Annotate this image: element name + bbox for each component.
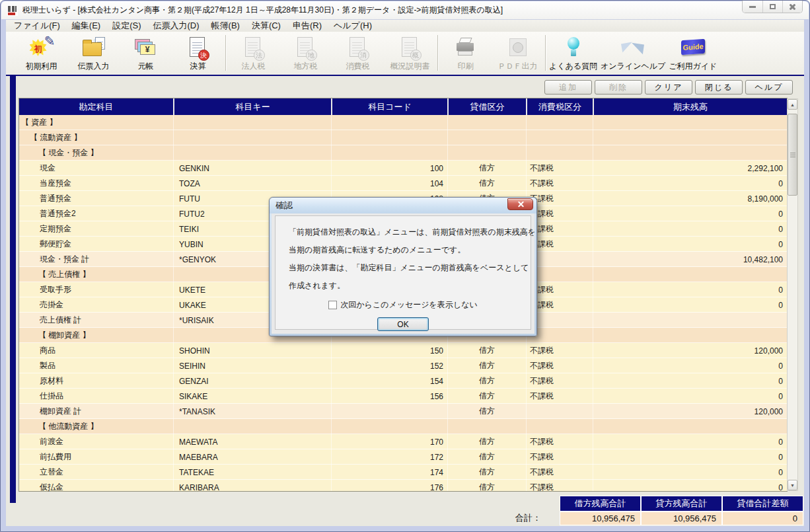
- minimize-button[interactable]: [743, 1, 762, 13]
- key-cell: MAEWATA: [173, 434, 331, 449]
- toolbar-overview-button: 概概況説明書: [384, 35, 436, 72]
- menu-item-4[interactable]: 帳簿(B): [205, 20, 246, 32]
- amt-cell: 0: [593, 297, 787, 313]
- tax-cell: 不課税: [526, 176, 593, 191]
- name-cell: 売上債権 計: [19, 313, 173, 328]
- dc-cell: [447, 115, 526, 130]
- toolbar-label: 元帳: [138, 61, 154, 72]
- toolbar-settlement-button[interactable]: 決決算: [172, 35, 224, 72]
- pdf-icon: [506, 37, 530, 59]
- name-cell: 【 資産 】: [19, 115, 173, 130]
- scroll-down-icon[interactable]: ▼: [788, 480, 797, 490]
- column-header-3: 貸借区分: [447, 98, 526, 115]
- amt-cell: 0: [593, 480, 787, 491]
- help-button[interactable]: ヘルプ: [745, 80, 793, 95]
- toolbar-faq-button[interactable]: よくある質問: [547, 35, 599, 72]
- menu-item-2[interactable]: 設定(S): [106, 20, 147, 32]
- table-row[interactable]: 当座預金TOZA104借方不課税0: [19, 176, 787, 191]
- table-row[interactable]: 商品SHOHIN150借方不課税120,000: [19, 343, 787, 358]
- dc-cell: 借方: [447, 434, 526, 449]
- amt-cell: [593, 145, 787, 161]
- table-row[interactable]: 現金GENKIN100借方不課税2,292,100: [19, 161, 787, 176]
- column-header-5: 期末残高: [593, 98, 787, 115]
- toolbar-ledger-button[interactable]: ¥元帳: [120, 35, 172, 72]
- tax-cell: 不課税: [526, 373, 593, 389]
- toolbar-label: 地方税: [294, 61, 318, 72]
- menu-item-7[interactable]: ヘルプ(H): [328, 20, 378, 32]
- toolbar-online-help-button[interactable]: オンラインヘルプ: [599, 35, 667, 72]
- toolbar-label: 法人税: [242, 61, 266, 72]
- name-cell: 仕掛品: [19, 389, 173, 404]
- name-cell: 郵便貯金: [19, 237, 173, 252]
- name-cell: 定期預金: [19, 221, 173, 237]
- name-cell: 普通預金: [19, 191, 173, 206]
- key-cell: SHOHIN: [173, 343, 331, 358]
- restore-button[interactable]: [762, 1, 782, 13]
- table-row[interactable]: 前渡金MAEWATA170借方不課税0: [19, 434, 787, 449]
- toolbar-label: 概況説明書: [390, 61, 430, 72]
- toolbar-guide-button[interactable]: Guideご利用ガイド: [667, 35, 719, 72]
- amt-cell: 0: [593, 389, 787, 404]
- key-cell: TOZA: [173, 176, 331, 191]
- titlebar: 税理士いらず - [株式会社カンタン商事・第２期(平成27年12月 1日～平成2…: [1, 1, 809, 19]
- print-icon: [454, 37, 478, 59]
- summary-header: 借方残高合計: [560, 496, 640, 511]
- amt-cell: 0: [593, 465, 787, 480]
- confirm-dialog: 確認 「前期貸借対照表の取込」メニューは、前期貸借対照表の期末残高を 当期の期首…: [269, 197, 537, 336]
- summary-column-1: 貸方残高合計10,956,475: [642, 496, 721, 525]
- code-cell: 154: [331, 373, 447, 389]
- faq-icon: [562, 37, 585, 59]
- name-cell: 【 売上債権 】: [19, 267, 173, 282]
- dialog-titlebar: 確認: [270, 198, 536, 213]
- ok-button[interactable]: OK: [377, 317, 429, 331]
- clear-button[interactable]: クリア: [645, 80, 692, 95]
- summary-value: 10,956,475: [642, 511, 721, 525]
- table-row[interactable]: 製品SEIHIN152借方不課税0: [19, 358, 787, 373]
- dc-cell: [447, 145, 526, 161]
- table-row[interactable]: 前払費用MAEBARA172借方不課税0: [19, 449, 787, 465]
- menu-item-0[interactable]: ファイル(F): [8, 20, 66, 32]
- dont-show-again-label: 次回からこのメッセージを表示しない: [340, 299, 477, 311]
- table-row[interactable]: 立替金TATEKAE174借方不課税0: [19, 465, 787, 480]
- scroll-up-icon[interactable]: ▲: [788, 99, 797, 110]
- category-row: 【 流動資産 】: [19, 130, 787, 145]
- table-row[interactable]: 仕掛品SIKAKE156借方不課税0: [19, 389, 787, 404]
- code-cell: 172: [331, 449, 447, 465]
- close-button[interactable]: [782, 1, 802, 13]
- toolbar-label: ＰＤＦ出力: [498, 61, 538, 72]
- dont-show-again-checkbox[interactable]: [328, 301, 337, 309]
- tax-cell: 不課税: [526, 434, 593, 449]
- close-view-button[interactable]: 閉じる: [695, 80, 743, 95]
- amt-cell: 120,000: [593, 343, 787, 358]
- toolbar-corporate-tax-button: 法法人税: [227, 35, 279, 72]
- name-cell: 【 流動資産 】: [19, 130, 173, 145]
- vertical-scrollbar[interactable]: ▲ ▼: [787, 98, 798, 491]
- amt-cell: [593, 419, 787, 434]
- toolbar-label: 決算: [190, 61, 206, 72]
- scrollbar-thumb[interactable]: [788, 114, 797, 196]
- left-accent-strip: [10, 76, 16, 503]
- amt-cell: 8,190,000: [593, 191, 787, 206]
- menu-item-5[interactable]: 決算(C): [246, 20, 287, 32]
- menu-item-6[interactable]: 申告(R): [287, 20, 328, 32]
- app-icon: [7, 5, 18, 16]
- name-cell: 普通預金2: [19, 206, 173, 221]
- online-help-icon: [621, 37, 645, 59]
- toolbar-voucher-entry-button[interactable]: 伝票入力: [67, 35, 120, 72]
- menu-item-1[interactable]: 編集(E): [66, 20, 106, 32]
- restore-icon: [770, 4, 776, 9]
- table-row[interactable]: 原材料GENZAI154借方不課税0: [19, 373, 787, 389]
- minimize-icon: [749, 6, 756, 8]
- window-title: 税理士いらず - [株式会社カンタン商事・第２期(平成27年12月 1日～平成2…: [22, 5, 503, 16]
- table-row[interactable]: 仮払金KARIBARA176借方不課税0: [19, 480, 787, 491]
- summary-value: 0: [723, 511, 803, 525]
- amt-cell: 0: [593, 282, 787, 297]
- dialog-close-button[interactable]: [507, 198, 533, 210]
- close-icon: [789, 3, 796, 11]
- menu-item-3[interactable]: 伝票入力(D): [147, 20, 205, 32]
- toolbar-init-button[interactable]: 初✎初期利用: [15, 35, 67, 72]
- name-cell: 売掛金: [19, 297, 173, 313]
- guide-icon: Guide: [681, 37, 705, 59]
- amt-cell: [593, 115, 787, 130]
- amt-cell: [593, 328, 787, 343]
